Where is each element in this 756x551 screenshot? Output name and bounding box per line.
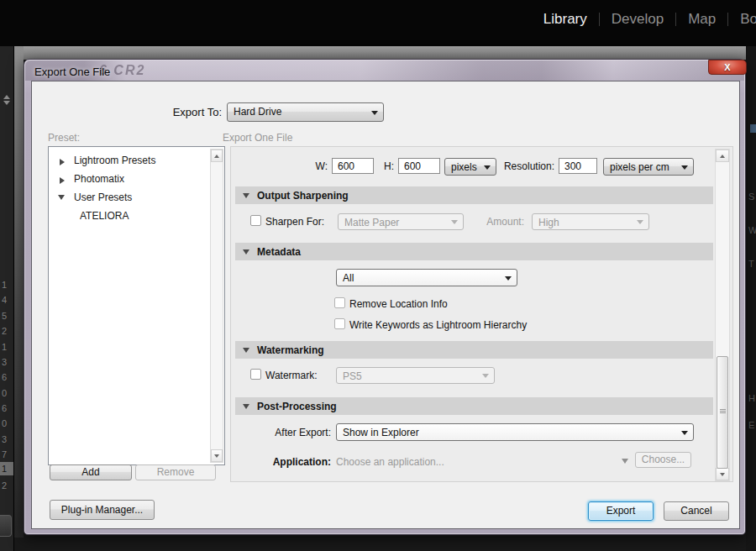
cut-panel-letter: H	[748, 393, 755, 403]
metadata-scope-dropdown[interactable]: All	[336, 269, 517, 286]
section-watermarking[interactable]: Watermarking	[235, 341, 713, 359]
module-picker-bar: Library Develop Map Bo	[0, 0, 756, 46]
background-right-strip: S W T H E	[746, 46, 756, 551]
cut-digit: 5	[2, 311, 14, 321]
close-icon[interactable]: X	[708, 60, 747, 75]
chevron-down-icon	[505, 276, 512, 281]
preset-scrollbar[interactable]	[210, 149, 223, 463]
dialog-title: Export One File	[34, 66, 110, 78]
cut-digit-selected: 1	[2, 464, 14, 474]
add-button[interactable]: Add	[50, 464, 132, 480]
application-placeholder[interactable]: Choose an application...	[336, 456, 444, 468]
cut-digit: 3	[2, 357, 14, 367]
cut-digit: 0	[2, 388, 14, 398]
write-keywords-label: Write Keywords as Lightroom Hierarchy	[349, 319, 527, 331]
section-title: Output Sharpening	[257, 190, 349, 202]
export-to-dropdown[interactable]: Hard Drive	[227, 102, 384, 122]
height-input[interactable]: 600	[398, 158, 440, 174]
section-output-sharpening[interactable]: Output Sharpening	[235, 186, 713, 204]
settings-panel: W: 600 H: 600 pixels Resolution: 300 pix…	[230, 146, 733, 482]
module-develop[interactable]: Develop	[600, 11, 675, 28]
scroll-up-icon[interactable]	[716, 150, 729, 162]
cancel-button[interactable]: Cancel	[664, 501, 729, 521]
cut-digit: 1	[2, 342, 14, 352]
export-to-value: Hard Drive	[234, 106, 281, 118]
left-panel-strip: 1 4 5 2 1 3 6 0 6 0 3 7 1 2	[0, 46, 14, 551]
cut-digit: 6	[2, 372, 14, 382]
settings-scrollbar[interactable]	[715, 149, 730, 481]
cut-digit: 2	[2, 480, 14, 491]
preset-list: Lightroom Presets Photomatix User Preset…	[48, 146, 225, 465]
scroll-down-icon[interactable]	[716, 468, 729, 480]
watermark-checkbox[interactable]	[250, 369, 261, 380]
sharpen-for-checkbox[interactable]	[250, 215, 261, 226]
chevron-down-icon	[681, 165, 688, 170]
module-book-cut[interactable]: Bo	[728, 11, 756, 28]
preset-item-lightroom-presets[interactable]: Lightroom Presets	[74, 155, 155, 166]
lightroom-window: Library Develop Map Bo S W T H E 1 4 5 2…	[0, 0, 756, 551]
cut-digit: 3	[2, 434, 14, 444]
preset-item-user-presets[interactable]: User Presets	[74, 192, 132, 203]
chevron-down-icon	[451, 220, 458, 224]
export-button[interactable]: Export	[588, 501, 654, 521]
choose-button[interactable]: Choose...	[635, 452, 691, 468]
width-input[interactable]: 600	[332, 158, 374, 174]
expand-arrow-icon[interactable]	[58, 195, 65, 200]
panel-toggle-icon[interactable]	[3, 95, 10, 105]
right-edge-fragment	[750, 124, 756, 133]
sharpen-for-label: Sharpen For:	[265, 216, 324, 228]
export-to-label: Export To:	[113, 106, 222, 118]
size-unit-value: pixels	[451, 161, 477, 173]
application-dropdown-icon[interactable]	[622, 459, 628, 464]
width-label: W:	[302, 160, 328, 172]
after-export-dropdown[interactable]: Show in Explorer	[336, 423, 694, 441]
module-library[interactable]: Library	[532, 11, 599, 28]
amount-label: Amount:	[465, 216, 524, 228]
section-title: Watermarking	[257, 344, 324, 356]
collapse-arrow-icon[interactable]	[60, 177, 65, 184]
module-nav: Library Develop Map Bo	[532, 11, 756, 28]
remove-location-checkbox[interactable]	[334, 297, 345, 308]
module-map[interactable]: Map	[676, 11, 727, 28]
cut-digit: 1	[2, 280, 14, 290]
export-dialog: 6 CR2 Export One File X Export To: Hard …	[24, 59, 746, 535]
background-gray-band	[14, 46, 748, 60]
section-collapse-icon	[243, 404, 249, 409]
preset-item-photomatix[interactable]: Photomatix	[74, 173, 124, 185]
metadata-scope-value: All	[343, 272, 354, 284]
section-title: Metadata	[257, 246, 301, 258]
plugin-manager-button[interactable]: Plug-in Manager...	[50, 500, 155, 520]
sharpen-for-dropdown[interactable]: Matte Paper	[338, 213, 464, 230]
section-post-processing[interactable]: Post-Processing	[235, 397, 713, 415]
scroll-down-icon[interactable]	[211, 449, 223, 462]
scrollbar-grip	[720, 409, 726, 410]
collapse-arrow-icon[interactable]	[60, 159, 65, 165]
sharpen-for-value: Matte Paper	[344, 217, 399, 228]
chevron-down-icon	[482, 374, 489, 378]
cut-digit: 6	[2, 403, 14, 413]
cut-panel-letter: S	[748, 192, 754, 202]
amount-value: High	[538, 217, 559, 228]
cut-digit: 0	[2, 418, 14, 428]
scrollbar-thumb[interactable]	[717, 356, 728, 469]
watermark-dropdown[interactable]: PS5	[336, 367, 495, 384]
resolution-unit-value: pixels per cm	[610, 161, 669, 173]
background-left-sliver	[14, 46, 24, 538]
scroll-up-icon[interactable]	[211, 150, 223, 162]
section-collapse-icon	[243, 193, 249, 198]
amount-dropdown[interactable]: High	[532, 213, 649, 230]
section-metadata[interactable]: Metadata	[235, 243, 713, 260]
resolution-input[interactable]: 300	[559, 158, 597, 174]
chevron-down-icon	[637, 220, 643, 224]
preset-item-ateliora[interactable]: ATELIORA	[80, 210, 129, 222]
cut-digit: 2	[2, 326, 14, 336]
chevron-down-icon	[371, 111, 378, 115]
section-title: Post-Processing	[257, 401, 337, 412]
resolution-unit-dropdown[interactable]: pixels per cm	[603, 158, 694, 176]
dialog-titlebar[interactable]: 6 CR2 Export One File	[25, 60, 744, 81]
dialog-content: Export To: Hard Drive Preset: Export One…	[31, 81, 740, 529]
write-keywords-checkbox[interactable]	[334, 318, 345, 329]
cut-button-stub	[0, 515, 12, 537]
watermark-value: PS5	[343, 370, 362, 382]
remove-button[interactable]: Remove	[135, 464, 216, 480]
